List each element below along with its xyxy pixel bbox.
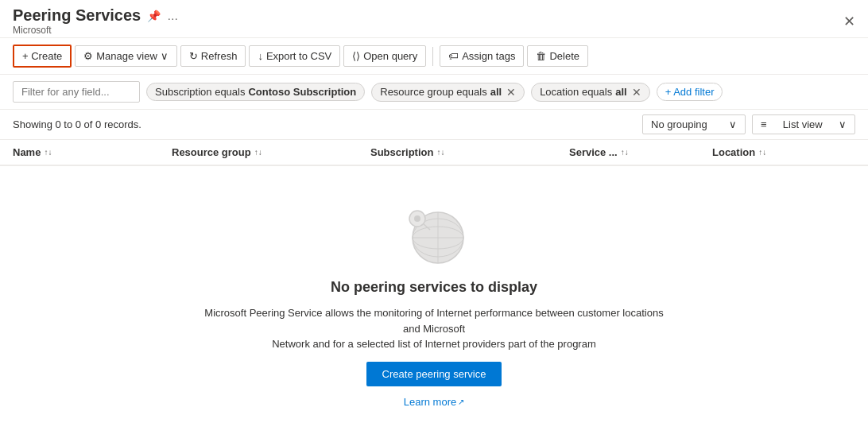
col-location[interactable]: Location ↑↓ bbox=[712, 146, 855, 158]
separator bbox=[432, 47, 433, 66]
close-button[interactable]: ✕ bbox=[843, 13, 855, 30]
view-dropdown[interactable]: ≡ List view ∨ bbox=[752, 114, 855, 134]
refresh-button[interactable]: ↻ Refresh bbox=[180, 45, 246, 67]
grouping-dropdown[interactable]: No grouping ∨ bbox=[642, 114, 746, 134]
globe-illustration bbox=[398, 198, 470, 270]
records-bar: Showing 0 to 0 of 0 records. No grouping… bbox=[0, 110, 868, 140]
title-bar: Peering Services 📌 … Microsoft ✕ bbox=[0, 0, 868, 38]
learn-more-link[interactable]: Learn more ↗ bbox=[404, 396, 464, 408]
manage-view-button[interactable]: ⚙ Manage view ∨ bbox=[75, 45, 177, 67]
subtitle: Microsoft bbox=[13, 25, 178, 36]
title-block: Peering Services 📌 … Microsoft bbox=[13, 6, 178, 36]
view-controls: No grouping ∨ ≡ List view ∨ bbox=[642, 114, 855, 134]
toolbar: + Create ⚙ Manage view ∨ ↻ Refresh ↓ Exp… bbox=[0, 38, 868, 75]
open-query-button[interactable]: ⟨⟩ Open query bbox=[343, 45, 426, 67]
empty-title: No peering services to display bbox=[331, 279, 537, 296]
col-subscription[interactable]: Subscription ↑↓ bbox=[370, 146, 569, 158]
chevron-down-icon: ∨ bbox=[729, 118, 737, 130]
delete-button[interactable]: 🗑 Delete bbox=[527, 45, 588, 67]
export-csv-button[interactable]: ↓ Export to CSV bbox=[249, 45, 340, 67]
resource-group-filter-tag: Resource group equals all ✕ bbox=[371, 83, 525, 102]
title-left: Peering Services 📌 … Microsoft bbox=[13, 6, 178, 36]
filter-input[interactable] bbox=[13, 81, 140, 103]
download-icon: ↓ bbox=[258, 50, 263, 62]
subscription-filter-tag: Subscription equals Contoso Subscription bbox=[146, 83, 365, 101]
table-header: Name ↑↓ Resource group ↑↓ Subscription ↑… bbox=[0, 140, 868, 166]
sort-icon: ↑↓ bbox=[44, 148, 52, 157]
empty-description: Microsoft Peering Service allows the mon… bbox=[203, 305, 665, 352]
chevron-down-icon: ∨ bbox=[839, 118, 847, 130]
refresh-icon: ↻ bbox=[189, 50, 198, 62]
records-count: Showing 0 to 0 of 0 records. bbox=[13, 118, 141, 130]
pin-icon[interactable]: 📌 bbox=[147, 10, 161, 22]
col-service[interactable]: Service ... ↑↓ bbox=[569, 146, 712, 158]
query-icon: ⟨⟩ bbox=[352, 50, 360, 62]
chevron-down-icon: ∨ bbox=[161, 50, 169, 62]
gear-icon: ⚙ bbox=[83, 50, 93, 62]
svg-point-6 bbox=[414, 215, 420, 222]
add-filter-button[interactable]: + Add filter bbox=[657, 83, 723, 101]
resource-group-filter-remove[interactable]: ✕ bbox=[506, 86, 516, 99]
sort-icon: ↑↓ bbox=[254, 148, 262, 157]
sort-icon: ↑↓ bbox=[436, 148, 444, 157]
tag-icon: 🏷 bbox=[448, 50, 459, 62]
filter-bar: Subscription equals Contoso Subscription… bbox=[0, 75, 868, 110]
trash-icon: 🗑 bbox=[536, 50, 546, 62]
create-button[interactable]: + Create bbox=[13, 45, 72, 68]
col-resource-group[interactable]: Resource group ↑↓ bbox=[172, 146, 370, 158]
col-name[interactable]: Name ↑↓ bbox=[13, 146, 172, 158]
location-filter-tag: Location equals all ✕ bbox=[531, 83, 650, 102]
sort-icon: ↑↓ bbox=[621, 148, 629, 157]
location-filter-remove[interactable]: ✕ bbox=[632, 86, 641, 99]
empty-state: No peering services to display Microsoft… bbox=[0, 166, 868, 440]
page-title: Peering Services bbox=[13, 6, 141, 25]
sort-icon: ↑↓ bbox=[758, 148, 766, 157]
external-link-icon: ↗ bbox=[458, 398, 464, 406]
create-peering-service-button[interactable]: Create peering service bbox=[366, 362, 502, 386]
assign-tags-button[interactable]: 🏷 Assign tags bbox=[440, 45, 524, 67]
more-icon[interactable]: … bbox=[167, 10, 178, 22]
